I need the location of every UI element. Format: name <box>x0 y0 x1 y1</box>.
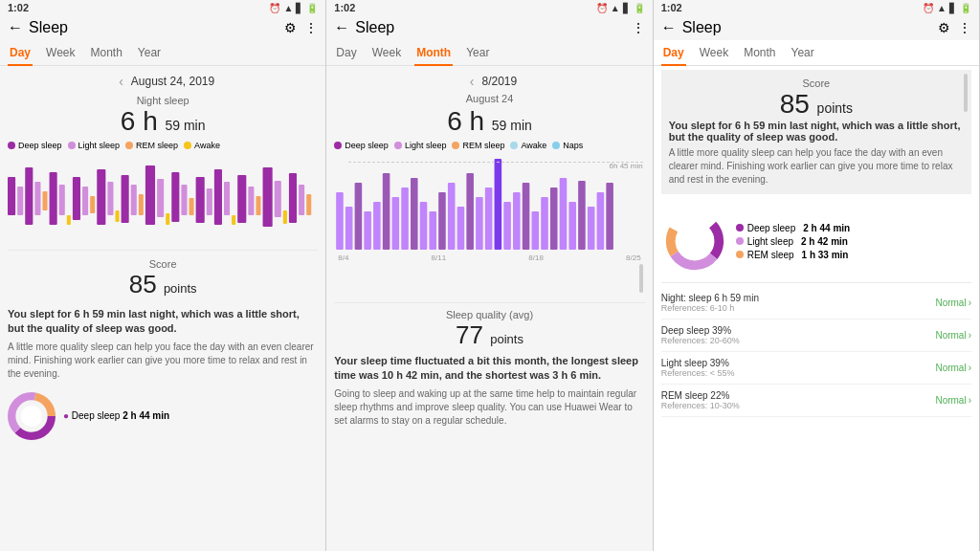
alarm-icon-3: ⏰ <box>923 3 934 13</box>
date-nav-2: ‹ 8/2019 <box>334 70 644 93</box>
tab-month-2[interactable]: Month <box>414 40 453 65</box>
svg-rect-26 <box>224 182 230 215</box>
svg-rect-27 <box>232 215 235 225</box>
back-button-3[interactable]: ← <box>661 19 677 36</box>
more-icon-1[interactable]: ⋮ <box>304 20 318 35</box>
x-labels-2: 8/4 8/11 8/18 8/25 <box>334 253 644 262</box>
tab-year-2[interactable]: Year <box>464 40 491 65</box>
panel2: 1:02 ⏰ ▲ ▋ 🔋 ← Sleep ⋮ Day Week Month Ye… <box>326 0 653 551</box>
wifi-icon-2: ▲ <box>611 3 620 13</box>
panel1: 1:02 ⏰ ▲ ▋ 🔋 ← Sleep ⚙ ⋮ Day Week Month … <box>0 0 326 551</box>
ref-line-2 <box>348 162 643 163</box>
svg-rect-58 <box>495 159 502 250</box>
tab-day-3[interactable]: Day <box>661 40 686 65</box>
svg-rect-66 <box>569 202 577 250</box>
score-label-1: Score <box>8 258 318 270</box>
scroll-thumb-2 <box>639 264 643 293</box>
x-label-3: 8/18 <box>528 253 544 262</box>
back-button-1[interactable]: ← <box>8 19 23 36</box>
score-value-3: 85 points <box>669 89 964 120</box>
deep-sleep-dot-1 <box>8 142 15 149</box>
header-icons-2: ⋮ <box>632 20 645 35</box>
stat-night-label: Night: sleep 6 h 59 min <box>661 293 759 303</box>
battery-icon-3: 🔋 <box>960 3 971 13</box>
more-icon-3[interactable]: ⋮ <box>958 20 971 35</box>
svg-rect-69 <box>597 192 605 250</box>
pie-deep-time-3: 2 h 44 min <box>803 223 850 233</box>
score-section-1: Score 85 points <box>8 250 318 303</box>
stat-deep-label: Deep sleep 39% <box>661 325 740 336</box>
prev-arrow-1[interactable]: ‹ <box>111 74 131 89</box>
settings-icon-3[interactable]: ⚙ <box>938 20 950 35</box>
svg-rect-52 <box>439 192 447 250</box>
stat-rem-ref: References: 10-30% <box>661 401 740 410</box>
stat-light-sleep: Light sleep 39% References: < 55% Normal… <box>661 352 971 385</box>
svg-rect-21 <box>181 185 187 215</box>
svg-rect-63 <box>542 197 549 250</box>
stat-rem-label: REM sleep 22% <box>661 390 740 401</box>
deep-sleep-label-1: Deep sleep <box>18 141 62 150</box>
svg-rect-23 <box>196 177 205 223</box>
score-card-3: Score 85 points You slept for 6 h 59 min… <box>661 70 971 194</box>
svg-rect-41 <box>336 192 344 250</box>
x-label-4: 8/25 <box>626 253 641 262</box>
time-3: 1:02 <box>661 2 682 13</box>
status-bar-2: 1:02 ⏰ ▲ ▋ 🔋 <box>326 0 652 15</box>
svg-rect-16 <box>139 194 144 215</box>
pie-light-3: Light sleep 2 h 42 min <box>736 236 851 247</box>
chart-ref-label-2: 6h 45 min <box>610 162 643 170</box>
tab-day-1[interactable]: Day <box>8 40 33 65</box>
svg-rect-15 <box>131 185 137 215</box>
svg-point-40 <box>21 406 42 427</box>
deep-sleep-stat-1: ● Deep sleep 2 h 44 min <box>63 410 169 421</box>
tab-week-3[interactable]: Week <box>698 40 730 65</box>
tab-month-1[interactable]: Month <box>88 40 123 65</box>
svg-rect-4 <box>42 191 47 210</box>
tab-week-1[interactable]: Week <box>44 40 77 65</box>
light-dot-2 <box>394 142 402 149</box>
header-icons-3: ⚙ ⋮ <box>938 20 971 35</box>
svg-rect-24 <box>207 188 212 215</box>
desc-main-2: Your sleep time fluctuated a bit this mo… <box>334 354 644 384</box>
stat-light-ref: References: < 55% <box>661 368 735 378</box>
prev-arrow-2[interactable]: ‹ <box>462 74 482 89</box>
sleep-time-2: 6 h 59 min <box>334 106 644 137</box>
month-label-2: 8/2019 <box>481 75 517 88</box>
legend-awake-2: Awake <box>510 141 546 150</box>
svg-rect-51 <box>430 211 437 250</box>
tab-year-3[interactable]: Year <box>790 40 816 65</box>
content-1: ‹ August 24, 2019 Night sleep 6 h 59 min… <box>0 66 325 551</box>
time-2: 1:02 <box>334 2 355 13</box>
stat-night-sleep: Night: sleep 6 h 59 min References: 6-10… <box>661 287 971 320</box>
svg-rect-30 <box>256 196 260 215</box>
svg-rect-3 <box>34 182 40 215</box>
svg-rect-34 <box>289 173 297 223</box>
alarm-icon: ⏰ <box>269 3 280 13</box>
back-button-2[interactable]: ← <box>334 19 349 36</box>
status-icons-2: ⏰ ▲ ▋ 🔋 <box>596 3 645 13</box>
tab-week-2[interactable]: Week <box>370 40 403 65</box>
more-icon-2[interactable]: ⋮ <box>632 20 645 35</box>
pie-rem-dot-3 <box>736 251 744 258</box>
quality-unit-2: points <box>490 332 523 346</box>
content-3: Score 85 points You slept for 6 h 59 min… <box>654 66 979 551</box>
tab-month-3[interactable]: Month <box>742 40 777 65</box>
svg-rect-28 <box>237 175 246 223</box>
tab-day-2[interactable]: Day <box>334 40 358 65</box>
svg-rect-29 <box>248 187 254 215</box>
svg-rect-0 <box>8 177 15 215</box>
tabs-2: Day Week Month Year <box>326 40 652 66</box>
desc-sub-1: A little more quality sleep can help you… <box>8 341 318 381</box>
tab-year-1[interactable]: Year <box>136 40 163 65</box>
awake-dot-1 <box>184 142 191 149</box>
svg-rect-50 <box>420 202 428 250</box>
svg-rect-59 <box>504 202 512 250</box>
settings-icon-1[interactable]: ⚙ <box>284 20 297 35</box>
pie-rem-label-3: REM sleep <box>747 250 794 260</box>
svg-rect-55 <box>467 173 475 250</box>
mini-pie-1 <box>8 392 56 440</box>
svg-rect-54 <box>457 207 465 250</box>
svg-rect-53 <box>448 183 456 250</box>
chevron-right-light-icon: › <box>969 363 971 373</box>
chevron-right-deep-icon: › <box>969 330 971 341</box>
